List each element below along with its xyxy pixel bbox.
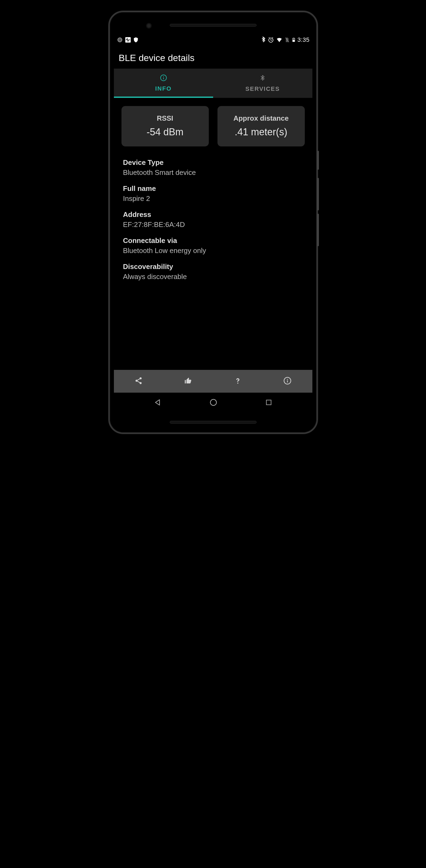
earpiece-speaker: [170, 24, 256, 27]
tab-services-label: SERVICES: [245, 85, 280, 92]
help-icon: [234, 377, 242, 386]
svg-rect-17: [266, 400, 271, 405]
svg-point-8: [163, 76, 164, 77]
app-bar: BLE device details: [114, 45, 312, 69]
tab-bar: INFO SERVICES: [114, 69, 312, 98]
svg-point-10: [140, 377, 142, 380]
recents-button[interactable]: [265, 399, 272, 407]
bluetooth-icon: [260, 74, 266, 83]
alarm-icon: [268, 37, 274, 43]
rssi-card: RSSI -54 dBm: [121, 106, 209, 147]
distance-label: Approx distance: [220, 114, 302, 123]
detail-value: Inspire 2: [123, 194, 305, 203]
info-icon: [160, 74, 167, 83]
rssi-value: -54 dBm: [124, 126, 206, 138]
svg-rect-15: [287, 380, 288, 383]
detail-label: Full name: [123, 184, 305, 193]
detail-value: Bluetooth Smart device: [123, 168, 305, 177]
phone-frame: 3:35 BLE device details INFO SERVICES: [109, 11, 318, 434]
detail-label: Discoverability: [123, 262, 305, 271]
rssi-label: RSSI: [124, 114, 206, 123]
volume-up-button: [317, 178, 319, 210]
content-area: RSSI -54 dBm Approx distance .41 meter(s…: [114, 98, 312, 370]
action-bar: [114, 370, 312, 393]
back-icon: [154, 403, 162, 407]
tab-services[interactable]: SERVICES: [213, 69, 312, 98]
page-title: BLE device details: [119, 53, 307, 63]
home-button[interactable]: [209, 398, 217, 408]
svg-rect-5: [293, 38, 294, 38]
battery-charging-icon: [292, 37, 296, 43]
detail-connectable: Connectable via Bluetooth Low energy onl…: [121, 237, 305, 255]
info-icon: [283, 377, 292, 386]
distance-card: Approx distance .41 meter(s): [217, 106, 305, 147]
svg-point-16: [210, 399, 217, 406]
status-bar: 3:35: [114, 34, 312, 45]
stat-cards: RSSI -54 dBm Approx distance .41 meter(s…: [121, 106, 305, 147]
detail-device-type: Device Type Bluetooth Smart device: [121, 158, 305, 177]
tab-info[interactable]: INFO: [114, 69, 213, 98]
like-button[interactable]: [163, 370, 213, 393]
detail-label: Device Type: [123, 158, 305, 167]
detail-value: Always discoverable: [123, 273, 305, 281]
shield-icon: [133, 37, 139, 43]
volume-down-button: [317, 214, 319, 246]
share-button[interactable]: [114, 370, 163, 393]
screen: 3:35 BLE device details INFO SERVICES: [114, 34, 312, 413]
front-camera: [146, 23, 152, 29]
android-nav-bar: [114, 393, 312, 413]
bluetooth-icon: [261, 37, 266, 43]
distance-value: .41 meter(s): [220, 126, 302, 138]
detail-label: Connectable via: [123, 237, 305, 245]
recents-icon: [265, 402, 272, 407]
svg-point-11: [135, 380, 138, 382]
svg-point-1: [118, 38, 121, 41]
wifi-icon: [276, 37, 283, 43]
loading-icon: [117, 37, 123, 43]
home-icon: [209, 403, 217, 407]
detail-value: Bluetooth Low energy only: [123, 247, 305, 255]
bottom-speaker: [170, 421, 256, 424]
svg-rect-9: [163, 78, 163, 80]
no-sim-icon: [284, 37, 290, 43]
tab-info-label: INFO: [155, 85, 172, 92]
detail-address: Address EF:27:8F:BE:6A:4D: [121, 210, 305, 229]
activity-icon: [125, 37, 131, 43]
thumbs-up-icon: [184, 377, 192, 386]
svg-point-12: [140, 382, 142, 384]
detail-label: Address: [123, 210, 305, 219]
about-button[interactable]: [263, 370, 312, 393]
svg-point-14: [287, 379, 288, 380]
detail-discoverability: Discoverability Always discoverable: [121, 262, 305, 281]
detail-full-name: Full name Inspire 2: [121, 184, 305, 203]
status-clock: 3:35: [298, 36, 310, 43]
share-icon: [134, 377, 143, 386]
help-button[interactable]: [213, 370, 263, 393]
detail-value: EF:27:8F:BE:6A:4D: [123, 220, 305, 229]
back-button[interactable]: [154, 398, 162, 408]
power-button: [317, 151, 319, 170]
